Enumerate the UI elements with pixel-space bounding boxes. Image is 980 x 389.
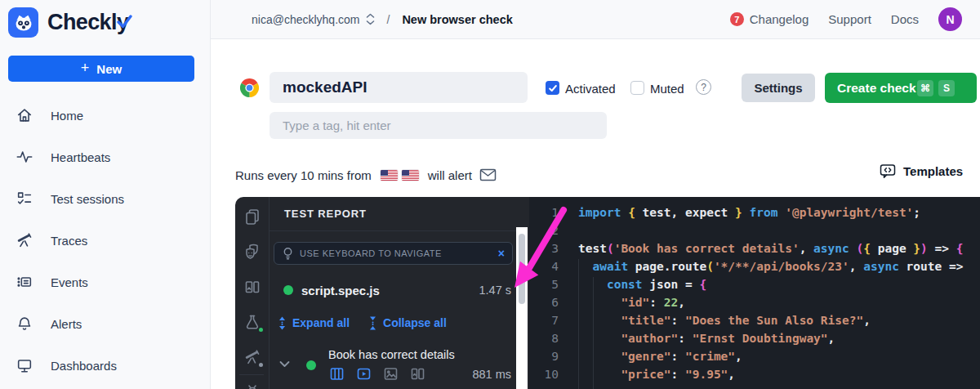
chevron-updown-icon	[366, 13, 375, 25]
expand-all-button[interactable]: Expand all	[292, 316, 350, 329]
traces-tab-icon[interactable]	[243, 348, 261, 366]
brand-checkmark-icon	[117, 15, 132, 29]
code-editor[interactable]: 1import { test, expect } from '@playwrig…	[529, 197, 980, 389]
sidebar: Checkly + New Home Heartbeats Test sessi…	[0, 0, 211, 389]
flask-icon[interactable]	[243, 313, 261, 331]
spec-file-row[interactable]: script.spec.js 1.47 s	[270, 281, 511, 299]
report-scrollbar[interactable]	[516, 227, 528, 389]
spec-file-duration: 1.47 s	[479, 284, 512, 297]
image-icon[interactable]	[383, 366, 399, 382]
code-line: 6 "id": 22,	[529, 293, 980, 311]
account-email: nica@checklyhq.com	[252, 13, 360, 26]
create-check-button[interactable]: Create check ⌘ S	[825, 73, 977, 103]
topbar: nica@checklyhq.com / New browser check 7…	[211, 0, 980, 39]
sidebar-item-test-sessions[interactable]: Test sessions	[0, 188, 210, 209]
code-line: 4 await page.route('*/**/api/books/23', …	[529, 257, 980, 275]
plus-icon: +	[81, 60, 90, 77]
expand-collapse-row: Expand all Collapse all	[277, 314, 447, 332]
docs-link[interactable]: Docs	[891, 12, 919, 26]
templates-label: Templates	[903, 164, 963, 178]
create-check-label: Create check	[837, 81, 916, 96]
schedule-summary: Runs every 10 mins from will alert	[235, 166, 497, 184]
muted-checkbox[interactable]	[630, 81, 644, 95]
sidebar-item-alerts[interactable]: Alerts	[0, 313, 210, 334]
report-search-box[interactable]: ×	[274, 242, 513, 265]
code-line: 2	[529, 221, 980, 239]
chrome-browser-icon	[240, 78, 259, 101]
schedule-suffix: will alert	[428, 168, 472, 182]
strip-divider	[239, 374, 264, 375]
sidebar-item-traces[interactable]: Traces	[0, 230, 210, 251]
cmd-key-icon: ⌘	[917, 80, 933, 96]
expand-all-icon[interactable]	[277, 316, 287, 330]
sidebar-item-label: Heartbeats	[51, 150, 110, 164]
code-lines: 1import { test, expect } from '@playwrig…	[529, 203, 980, 383]
report-tab-strip	[235, 197, 270, 389]
code-line: 8 "author": "Ernst Doubtingway",	[529, 329, 980, 347]
sidebar-item-label: Alerts	[51, 317, 82, 331]
code-bubble-icon	[880, 163, 896, 179]
page-title: New browser check	[402, 13, 512, 26]
help-icon[interactable]: ?	[696, 79, 711, 95]
check-name-input[interactable]	[270, 72, 528, 103]
user-avatar[interactable]: N	[938, 7, 962, 31]
code-line: 7 "title": "Does the Sun Also Rise?",	[529, 311, 980, 329]
test-case-row[interactable]: Book has correct details 881 ms	[270, 347, 511, 386]
settings-button[interactable]: Settings	[742, 74, 815, 102]
video-icon[interactable]	[356, 366, 372, 382]
sidebar-item-label: Traces	[51, 234, 87, 248]
muted-label: Muted	[650, 82, 684, 96]
event-list-icon	[16, 273, 33, 291]
sidebar-nav: Home Heartbeats Test sessions Traces Eve…	[0, 105, 210, 389]
columns-icon[interactable]	[329, 366, 345, 382]
spec-file-name: script.spec.js	[301, 284, 380, 297]
screenshots-icon[interactable]	[243, 278, 261, 296]
raccoon-logo-icon	[8, 7, 38, 38]
tag-input[interactable]	[270, 112, 607, 139]
sidebar-item-label: Test sessions	[51, 192, 124, 206]
pass-status-dot	[306, 360, 316, 370]
us-flag-icon	[402, 170, 419, 181]
theater-masks-icon[interactable]	[243, 243, 261, 261]
sidebar-item-events[interactable]: Events	[0, 271, 210, 293]
checkly-logo[interactable]: Checkly	[8, 7, 128, 38]
changelog-count-badge: 7	[730, 12, 744, 26]
changelog-link[interactable]: Changelog	[750, 12, 809, 26]
breadcrumb-separator: /	[387, 13, 390, 26]
activated-label: Activated	[565, 82, 616, 96]
scrollbar-thumb[interactable]	[519, 234, 525, 304]
bug-icon[interactable]	[243, 382, 261, 389]
code-line: 1import { test, expect } from '@playwrig…	[529, 203, 980, 221]
templates-button[interactable]: Templates	[880, 163, 963, 179]
topbar-links: 7 Changelog Support Docs N	[730, 7, 962, 31]
shortcut-keys: ⌘ S	[917, 80, 955, 96]
code-line: 5 const json = {	[529, 275, 980, 293]
report-search-input[interactable]	[300, 248, 492, 258]
sidebar-item-heartbeats[interactable]: Heartbeats	[0, 146, 210, 168]
sidebar-item-label: Dashboards	[51, 359, 117, 373]
test-case-name: Book has correct details	[328, 348, 455, 361]
pages-icon[interactable]	[243, 208, 261, 226]
sidebar-item-home[interactable]: Home	[0, 105, 210, 126]
envelope-icon[interactable]	[479, 168, 497, 181]
close-icon[interactable]: ×	[498, 248, 505, 259]
schedule-prefix: Runs every 10 mins from	[235, 168, 372, 182]
collapse-all-button[interactable]: Collapse all	[383, 316, 447, 329]
account-selector[interactable]: nica@checklyhq.com	[252, 13, 375, 26]
heartbeat-icon	[16, 148, 33, 166]
activated-checkbox[interactable]	[546, 81, 559, 95]
sidebar-item-dashboards[interactable]: Dashboards	[0, 355, 210, 376]
divider	[270, 230, 516, 231]
check-icon	[548, 83, 558, 93]
support-link[interactable]: Support	[828, 12, 871, 26]
telescope-icon	[16, 231, 33, 249]
pass-status-dot	[283, 285, 293, 295]
test-report-section: TEST REPORT × script.spec.js 1.47 s Expa…	[270, 197, 516, 389]
frames-icon[interactable]	[410, 366, 425, 382]
test-artifact-icons	[329, 366, 425, 382]
chevron-down-icon[interactable]	[279, 360, 290, 368]
bell-icon	[16, 315, 33, 333]
collapse-all-icon[interactable]	[368, 316, 378, 330]
main-content: Activated Muted ? Settings Create check …	[211, 39, 980, 389]
new-button[interactable]: + New	[8, 56, 194, 82]
